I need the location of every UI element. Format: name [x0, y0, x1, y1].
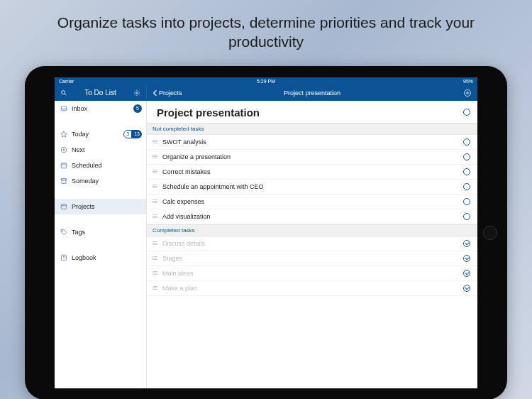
sidebar-badge-pair: 3 13: [123, 130, 142, 138]
svg-rect-6: [61, 163, 67, 168]
task-row[interactable]: Organize a presentation: [147, 150, 477, 165]
task-label: Organize a presentation: [162, 153, 458, 160]
task-row[interactable]: Stages: [147, 251, 477, 266]
search-icon[interactable]: [60, 89, 67, 97]
sidebar-badge: 5: [133, 104, 142, 113]
task-label: Add visualization: [162, 213, 458, 220]
top-nav-right: Projects Project presentation: [147, 85, 477, 101]
sidebar-item-label: Tags: [72, 229, 85, 236]
task-label: Stages: [162, 255, 458, 262]
task-label: Schedule an appointment with CEO: [162, 183, 458, 190]
back-label: Projects: [159, 89, 182, 97]
section-not-completed: Not completed tasks: [147, 123, 477, 135]
sidebar-item-label: Scheduled: [72, 162, 102, 169]
content: Inbox 5 Today 3 13 Next: [55, 101, 477, 388]
status-battery: 95%: [463, 79, 473, 84]
sidebar-item-inbox[interactable]: Inbox 5: [55, 101, 146, 116]
calendar-icon: [60, 162, 67, 169]
sidebar-item-projects[interactable]: Projects: [55, 199, 146, 214]
add-button[interactable]: [463, 89, 472, 97]
task-row[interactable]: Discuss details: [147, 236, 477, 251]
svg-point-0: [62, 90, 65, 94]
sidebar-item-label: Today: [72, 131, 89, 138]
sidebar-item-today[interactable]: Today 3 13: [55, 126, 146, 142]
home-button[interactable]: [483, 226, 497, 240]
svg-point-2: [136, 92, 138, 94]
task-complete-toggle[interactable]: [463, 213, 470, 220]
task-label: Discuss details: [162, 240, 458, 247]
task-complete-toggle[interactable]: [463, 138, 470, 146]
task-label: Correct mistakes: [162, 168, 458, 175]
plus-circle-icon: [463, 89, 472, 97]
status-carrier: Carrier: [59, 79, 74, 84]
task-row[interactable]: Correct mistakes: [147, 165, 477, 180]
task-label: Make a plan: [162, 285, 458, 292]
drag-handle-icon[interactable]: [153, 170, 157, 173]
sidebar-item-logbook[interactable]: Logbook: [55, 250, 146, 266]
inbox-icon: [60, 105, 67, 112]
promo-caption: Organize tasks into projects, determine …: [0, 0, 532, 60]
project-complete-toggle[interactable]: [463, 109, 470, 116]
task-complete-toggle[interactable]: [463, 183, 470, 190]
svg-rect-9: [61, 204, 67, 209]
task-complete-toggle[interactable]: [463, 168, 470, 175]
task-complete-toggle[interactable]: [463, 153, 470, 160]
chevron-left-icon: [153, 89, 157, 97]
nav-title: Project presentation: [284, 89, 340, 97]
task-row[interactable]: SWOT analysis: [147, 135, 477, 150]
main-panel: Project presentation Not completed tasks…: [147, 101, 477, 388]
task-completed-icon[interactable]: [463, 285, 470, 292]
screen: Carrier 5:29 PM 95% To Do List Projects …: [55, 77, 477, 388]
sidebar-item-next[interactable]: Next: [55, 142, 146, 158]
back-button[interactable]: Projects: [153, 89, 182, 97]
drag-handle-icon[interactable]: [153, 214, 157, 217]
tag-icon: [60, 229, 67, 236]
drag-handle-icon[interactable]: [153, 140, 157, 143]
top-nav-left: To Do List: [55, 85, 147, 101]
project-header: Project presentation: [147, 101, 477, 123]
drag-handle-icon[interactable]: [153, 256, 157, 259]
top-nav: To Do List Projects Project presentation: [55, 85, 477, 101]
task-row[interactable]: Calc expenses: [147, 195, 477, 209]
task-completed-icon[interactable]: [463, 255, 470, 262]
sidebar-title: To Do List: [84, 89, 116, 97]
sidebar: Inbox 5 Today 3 13 Next: [55, 101, 147, 388]
sidebar-item-label: Next: [72, 146, 85, 153]
project-title: Project presentation: [157, 106, 260, 119]
gear-icon[interactable]: [133, 89, 140, 97]
task-label: SWOT analysis: [162, 138, 458, 146]
task-row[interactable]: Schedule an appointment with CEO: [147, 180, 477, 195]
logbook-icon: [60, 254, 67, 261]
svg-line-1: [65, 94, 66, 95]
status-bar: Carrier 5:29 PM 95%: [55, 77, 477, 85]
sidebar-item-label: Inbox: [72, 105, 87, 112]
drag-handle-icon[interactable]: [153, 200, 157, 202]
drag-handle-icon[interactable]: [153, 241, 157, 244]
task-label: Main ideas: [162, 270, 458, 277]
sidebar-item-label: Logbook: [72, 254, 96, 261]
task-row[interactable]: Make a plan: [147, 281, 477, 296]
drag-handle-icon[interactable]: [153, 271, 157, 274]
task-row[interactable]: Main ideas: [147, 266, 477, 281]
projects-icon: [60, 203, 67, 210]
sidebar-item-tags[interactable]: Tags: [55, 224, 146, 240]
svg-point-10: [62, 230, 63, 231]
task-completed-icon[interactable]: [463, 270, 470, 277]
drag-handle-icon[interactable]: [153, 185, 157, 187]
section-completed: Completed tasks: [147, 224, 477, 236]
task-completed-icon[interactable]: [463, 240, 470, 247]
next-icon: [60, 146, 67, 153]
drag-handle-icon[interactable]: [153, 286, 157, 289]
sidebar-item-label: Projects: [72, 203, 95, 210]
sidebar-item-scheduled[interactable]: Scheduled: [55, 158, 146, 173]
task-complete-toggle[interactable]: [463, 198, 470, 205]
task-row[interactable]: Add visualization: [147, 209, 477, 224]
svg-rect-8: [62, 180, 66, 183]
drag-handle-icon[interactable]: [153, 155, 157, 158]
task-label: Calc expenses: [162, 198, 458, 205]
star-icon: [60, 131, 67, 138]
archive-icon: [60, 177, 67, 185]
ipad-frame: Carrier 5:29 PM 95% To Do List Projects …: [25, 66, 507, 399]
sidebar-item-label: Someday: [72, 177, 99, 185]
sidebar-item-someday[interactable]: Someday: [55, 173, 146, 189]
